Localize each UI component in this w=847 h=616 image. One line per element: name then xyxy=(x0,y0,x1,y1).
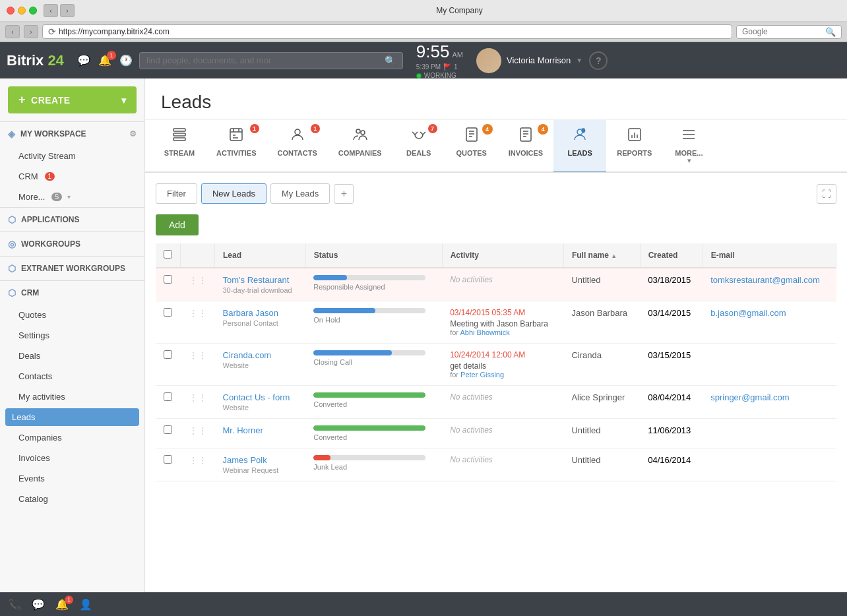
th-created: Created xyxy=(640,243,703,268)
select-all-checkbox[interactable] xyxy=(164,250,172,259)
messages-icon[interactable]: 💬 xyxy=(77,54,90,67)
sidebar-item-leads[interactable]: Leads xyxy=(5,408,139,426)
tab-stream[interactable]: STREAM xyxy=(153,120,206,173)
tab-reports[interactable]: REPORTS xyxy=(606,120,662,173)
sidebar-item-invoices[interactable]: Invoices xyxy=(0,448,144,468)
row-checkbox[interactable] xyxy=(164,425,172,434)
drag-handle-icon[interactable]: ⋮⋮ xyxy=(189,308,207,319)
row-checkbox-cell xyxy=(156,386,181,419)
tab-contacts[interactable]: CONTACTS 1 xyxy=(267,120,328,173)
applications-header[interactable]: ⬡ APPLICATIONS xyxy=(0,208,144,231)
lead-name-link[interactable]: Contact Us - form xyxy=(223,392,290,402)
new-leads-button[interactable]: New Leads xyxy=(201,183,267,204)
drag-handle-icon[interactable]: ⋮⋮ xyxy=(189,425,207,436)
search-bar-container[interactable]: 🔍 xyxy=(736,25,842,39)
browser-back[interactable]: ‹ xyxy=(5,25,20,38)
filter-expand-button[interactable]: ⛶ xyxy=(817,184,836,204)
activity-for-link[interactable]: Peter Gissing xyxy=(460,371,504,379)
back-button[interactable]: ‹ xyxy=(44,4,58,17)
lead-name-link[interactable]: Barbara Jason xyxy=(223,308,279,318)
user-profile[interactable]: Victoria Morrison ▼ xyxy=(476,48,582,73)
app-header: Bitrix 24 💬 🔔 1 🕐 🔍 9:55 AM 5:39 PM 🚩 1 … xyxy=(0,42,847,78)
crm-section-header[interactable]: ⬡ CRM xyxy=(0,281,144,305)
sidebar-item-settings[interactable]: Settings xyxy=(0,325,144,346)
logo[interactable]: Bitrix 24 xyxy=(7,52,64,69)
activity-for-link[interactable]: Abhi Bhowmick xyxy=(460,328,509,336)
maximize-dot[interactable] xyxy=(29,7,37,15)
tab-quotes[interactable]: QUOTES 4 xyxy=(445,120,498,173)
sidebar-item-events[interactable]: Events xyxy=(0,468,144,489)
tab-companies[interactable]: COMPANIES xyxy=(328,120,392,173)
invoices-badge: 4 xyxy=(538,124,548,135)
drag-handle-icon[interactable]: ⋮⋮ xyxy=(189,350,207,361)
create-button[interactable]: + CREATE ▾ xyxy=(8,86,137,113)
status-bar-container: Responsible Assigned xyxy=(313,275,425,291)
sidebar-item-deals[interactable]: Deals xyxy=(0,346,144,366)
help-button[interactable]: ? xyxy=(589,51,608,70)
filter-add-button[interactable]: + xyxy=(334,184,354,204)
bottom-user-icon[interactable]: 👤 xyxy=(79,598,92,611)
row-activity-cell: 03/14/2015 05:35 AM Meeting with Jason B… xyxy=(442,301,563,344)
row-checkbox[interactable] xyxy=(164,455,172,464)
my-activities-label: My activities xyxy=(18,392,65,402)
bottom-phone-icon[interactable]: 📞 xyxy=(8,598,21,611)
leads-table: Lead Status Activity Full name Created xyxy=(156,243,836,481)
status-bar-container: Closing Call xyxy=(313,350,425,366)
add-button[interactable]: Add xyxy=(156,214,199,235)
email-link[interactable]: springer@gmail.com xyxy=(710,392,789,402)
tab-deals[interactable]: DEALS 7 xyxy=(392,120,445,173)
drag-handle-icon[interactable]: ⋮⋮ xyxy=(189,275,207,286)
forward-button[interactable]: › xyxy=(60,4,75,17)
tab-activities[interactable]: ACTIVITIES 1 xyxy=(206,120,267,173)
sidebar-item-crm[interactable]: CRM 1 xyxy=(0,166,144,187)
tab-more[interactable]: MORE... ▾ xyxy=(662,120,715,173)
sidebar-item-companies[interactable]: Companies xyxy=(0,427,144,448)
browser-search-input[interactable] xyxy=(742,27,823,36)
sidebar-item-more[interactable]: More... 5 ▾ xyxy=(0,187,144,207)
filter-button[interactable]: Filter xyxy=(156,183,197,204)
my-workspace-header[interactable]: ◈ MY WORKSPACE ⚙ xyxy=(0,122,144,146)
url-bar[interactable] xyxy=(59,27,726,36)
lead-name-link[interactable]: Mr. Horner xyxy=(223,425,263,435)
workgroups-header[interactable]: ◎ WORKGROUPS xyxy=(0,232,144,256)
row-checkbox[interactable] xyxy=(164,308,172,317)
bell-icon[interactable]: 🔔 1 xyxy=(98,54,111,67)
sidebar-item-contacts[interactable]: Contacts xyxy=(0,366,144,386)
my-leads-button[interactable]: My Leads xyxy=(270,183,330,204)
lead-name-link[interactable]: Ciranda.com xyxy=(223,350,272,360)
email-link[interactable]: tomksrestaurant@gmail.com xyxy=(710,275,820,285)
gear-icon[interactable]: ⚙ xyxy=(129,129,137,139)
tab-leads[interactable]: @ LEADS xyxy=(553,120,606,173)
sidebar-item-my-activities[interactable]: My activities xyxy=(0,386,144,407)
drag-handle-icon[interactable]: ⋮⋮ xyxy=(189,455,207,466)
row-drag-cell: ⋮⋮ xyxy=(181,419,215,448)
header-search-bar[interactable]: 🔍 xyxy=(139,52,403,69)
row-checkbox[interactable] xyxy=(164,392,172,401)
refresh-icon[interactable]: ⟳ xyxy=(48,26,56,37)
tab-invoices[interactable]: INVOICES 4 xyxy=(498,120,554,173)
table-area: Filter New Leads My Leads + ⛶ Add xyxy=(145,173,847,492)
th-full-name[interactable]: Full name xyxy=(563,243,640,268)
browser-forward[interactable]: › xyxy=(24,25,38,38)
bottom-chat-icon[interactable]: 💬 xyxy=(32,598,45,611)
row-checkbox[interactable] xyxy=(164,275,172,284)
sidebar-item-activity-stream[interactable]: Activity Stream xyxy=(0,146,144,166)
row-activity-cell: No activities xyxy=(442,448,563,481)
lead-name-link[interactable]: Tom's Restaurant xyxy=(223,275,290,285)
user-dropdown-icon[interactable]: ▼ xyxy=(576,57,582,64)
drag-handle-icon[interactable]: ⋮⋮ xyxy=(189,392,207,403)
url-bar-container[interactable]: ⟳ xyxy=(42,24,732,39)
minimize-dot[interactable] xyxy=(18,7,26,15)
clock-icon[interactable]: 🕐 xyxy=(119,54,133,67)
email-link[interactable]: b.jason@gmail.com xyxy=(710,308,786,318)
lead-name-link[interactable]: James Polk xyxy=(223,455,267,465)
table-row: ⋮⋮ Contact Us - form Website Converted N… xyxy=(156,386,836,419)
row-status-cell: On Hold xyxy=(305,301,442,344)
bottom-bell-icon[interactable]: 🔔 1 xyxy=(55,598,69,611)
extranet-header[interactable]: ⬡ EXTRANET WORKGROUPS xyxy=(0,257,144,280)
sidebar-item-quotes[interactable]: Quotes xyxy=(0,305,144,325)
sidebar-item-catalog[interactable]: Catalog xyxy=(0,489,144,509)
header-search-input[interactable] xyxy=(146,55,379,65)
row-checkbox[interactable] xyxy=(164,350,172,359)
close-dot[interactable] xyxy=(7,7,15,15)
